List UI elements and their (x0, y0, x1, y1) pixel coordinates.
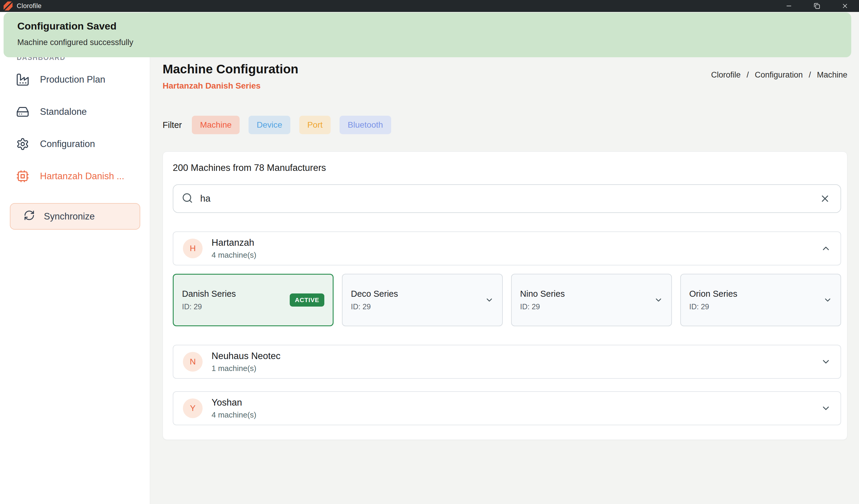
avatar: N (183, 352, 202, 371)
manufacturer-row-yoshan[interactable]: Y Yoshan 4 machine(s) (173, 391, 841, 425)
series-name: Danish Series (182, 289, 236, 299)
filter-chip-device[interactable]: Device (248, 116, 290, 134)
series-name: Deco Series (351, 289, 398, 299)
series-card-nino[interactable]: Nino Series ID: 29 (511, 274, 672, 326)
breadcrumb-machine[interactable]: Machine (817, 71, 847, 91)
sidebar-item-label: Hartanzah Danish ... (40, 171, 124, 182)
titlebar: Clorofile (0, 0, 859, 12)
manufacturer-name: Hartanzah (212, 238, 256, 248)
filter-row: Filter Machine Device Port Bluetooth (163, 116, 847, 134)
active-badge: ACTIVE (290, 293, 324, 307)
manufacturer-name: Neuhaus Neotec (212, 351, 281, 362)
page-subtitle: Hartanzah Danish Series (163, 81, 298, 91)
clear-search-button[interactable] (819, 193, 830, 204)
notification-message: Machine configured successfully (17, 38, 851, 47)
machines-panel: 200 Machines from 78 Manufacturers H Har… (163, 152, 847, 440)
series-id: ID: 29 (351, 302, 398, 311)
breadcrumb-clorofile[interactable]: Clorofile (711, 71, 741, 91)
chip-icon (16, 170, 29, 183)
filter-chip-port[interactable]: Port (299, 116, 331, 134)
page-title: Machine Configuration (163, 62, 298, 76)
sidebar-item-production-plan[interactable]: Production Plan (0, 63, 150, 96)
synchronize-label: Synchronize (44, 211, 95, 222)
series-name: Orion Series (689, 289, 737, 299)
chevron-down-icon (823, 295, 832, 305)
refresh-icon (24, 210, 35, 223)
window-title: Clorofile (17, 2, 42, 10)
breadcrumb-separator: / (747, 71, 749, 91)
series-grid: Danish Series ID: 29 ACTIVE Deco Series … (173, 274, 841, 326)
search-icon (182, 192, 193, 205)
filter-chip-machine[interactable]: Machine (192, 116, 240, 134)
search-input[interactable] (200, 193, 819, 204)
manufacturer-count: 1 machine(s) (212, 364, 281, 373)
synchronize-button[interactable]: Synchronize (10, 203, 140, 230)
gear-icon (16, 137, 29, 151)
sidebar-item-label: Standalone (40, 106, 87, 117)
breadcrumb-configuration[interactable]: Configuration (755, 71, 803, 91)
minimize-button[interactable] (775, 0, 803, 12)
series-card-orion[interactable]: Orion Series ID: 29 (680, 274, 841, 326)
avatar: Y (183, 398, 202, 418)
close-button[interactable] (831, 0, 859, 12)
series-id: ID: 29 (182, 302, 236, 311)
chevron-up-icon (821, 243, 831, 254)
notification-banner: Configuration Saved Machine configured s… (4, 13, 851, 57)
notification-title: Configuration Saved (17, 20, 851, 32)
sidebar-item-label: Production Plan (40, 74, 105, 85)
factory-icon (16, 73, 29, 86)
app-logo-icon (4, 1, 13, 11)
chevron-down-icon (485, 295, 494, 305)
manufacturer-row-hartanzah[interactable]: H Hartanzah 4 machine(s) (173, 231, 841, 265)
sidebar-item-hartanzah-danish[interactable]: Hartanzah Danish ... (0, 160, 150, 192)
series-id: ID: 29 (520, 302, 565, 311)
restore-button[interactable] (803, 0, 831, 12)
breadcrumb-separator: / (809, 71, 811, 91)
manufacturer-name: Yoshan (212, 397, 256, 408)
sidebar-item-configuration[interactable]: Configuration (0, 128, 150, 160)
series-card-deco[interactable]: Deco Series ID: 29 (342, 274, 503, 326)
window-controls (775, 0, 859, 12)
harddrive-icon (16, 105, 29, 118)
chevron-down-icon (654, 295, 663, 305)
restore-icon (813, 2, 821, 10)
filter-chip-bluetooth[interactable]: Bluetooth (340, 116, 391, 134)
minimize-icon (785, 2, 793, 10)
search-box (173, 184, 841, 213)
series-id: ID: 29 (689, 302, 737, 311)
sidebar-nav: Production Plan Standalone Configuration… (0, 63, 150, 192)
manufacturer-count: 4 machine(s) (212, 250, 256, 260)
filter-label: Filter (163, 120, 182, 130)
manufacturer-count: 4 machine(s) (212, 410, 256, 419)
chevron-down-icon (821, 357, 831, 367)
breadcrumb: Clorofile / Configuration / Machine (711, 71, 847, 91)
machines-summary: 200 Machines from 78 Manufacturers (173, 163, 841, 173)
sidebar: DASHBOARD Production Plan Standalone Con… (0, 12, 150, 504)
close-icon (819, 193, 830, 204)
main-content: Machine Configuration Hartanzah Danish S… (150, 12, 859, 504)
avatar: H (183, 239, 202, 258)
series-name: Nino Series (520, 289, 565, 299)
sidebar-item-label: Configuration (40, 139, 95, 149)
manufacturer-row-neuhaus-neotec[interactable]: N Neuhaus Neotec 1 machine(s) (173, 345, 841, 379)
sidebar-item-standalone[interactable]: Standalone (0, 96, 150, 128)
close-icon (841, 2, 849, 10)
chevron-down-icon (821, 403, 831, 413)
series-card-danish[interactable]: Danish Series ID: 29 ACTIVE (173, 274, 334, 326)
